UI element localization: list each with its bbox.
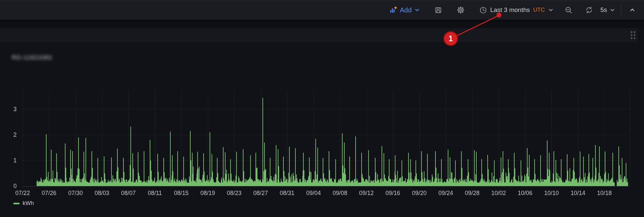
- time-range-label: Last 3 months: [490, 6, 530, 14]
- panel-title: RD-11823382: [12, 54, 52, 61]
- chevron-up-icon: [629, 6, 636, 14]
- x-tick-label: 08/15: [174, 190, 189, 196]
- refresh-icon: [585, 6, 593, 14]
- x-tick-label: 09/04: [306, 190, 321, 196]
- x-tick-label: 09/08: [333, 190, 347, 196]
- refresh-button[interactable]: [584, 4, 594, 16]
- refresh-interval-dropdown[interactable]: 5s: [599, 4, 616, 16]
- clock-icon: [479, 6, 487, 14]
- y-tick-label: 0: [0, 183, 17, 189]
- time-range-picker[interactable]: Last 3 months UTC: [478, 4, 555, 16]
- dashboard-gap-band: [0, 20, 644, 28]
- x-tick-label: 09/20: [412, 190, 427, 196]
- x-tick-label: 09/16: [386, 190, 400, 196]
- x-tick-label: 10/02: [491, 190, 506, 196]
- y-tick-label: 2: [0, 131, 17, 138]
- toolbar-actions: Add: [388, 0, 637, 20]
- chevron-down-icon: [414, 7, 420, 13]
- toolbar-divider: [621, 4, 621, 16]
- app-root: Add: [0, 0, 644, 217]
- x-tick-label: 08/03: [95, 190, 109, 196]
- x-tick-label: 10/10: [544, 190, 559, 196]
- x-tick-label: 10/14: [571, 190, 585, 196]
- legend-item-kwh[interactable]: kWh: [13, 200, 34, 207]
- x-tick-label: 07/26: [42, 190, 57, 196]
- refresh-interval-label: 5s: [600, 6, 607, 14]
- x-tick-label: 07/22: [15, 190, 30, 196]
- panel-header-strip: [0, 28, 638, 42]
- gear-icon: [457, 6, 465, 14]
- collapse-toolbar-button[interactable]: [627, 4, 637, 16]
- add-panel-label: Add: [400, 6, 412, 14]
- x-tick-label: 08/07: [121, 190, 136, 196]
- x-tick-label: 08/23: [227, 190, 242, 196]
- dashboard-settings-button[interactable]: [455, 4, 466, 16]
- timezone-label: UTC: [533, 7, 545, 13]
- add-panel-icon: [389, 6, 397, 14]
- zoom-out-icon: [565, 6, 572, 14]
- x-tick-label: 08/27: [253, 190, 268, 196]
- x-tick-label: 07/30: [68, 190, 83, 196]
- chevron-down-icon: [548, 7, 554, 13]
- x-tick-label: 10/06: [518, 190, 533, 196]
- save-dashboard-button[interactable]: [433, 4, 443, 16]
- x-tick-label: 08/11: [148, 190, 162, 196]
- zoom-out-time-button[interactable]: [564, 4, 574, 16]
- legend-color-swatch: [13, 203, 20, 204]
- x-tick-label: 09/12: [359, 190, 374, 196]
- chevron-down-icon: [610, 7, 615, 13]
- legend-label: kWh: [23, 200, 34, 207]
- x-tick-label: 09/24: [438, 190, 453, 196]
- x-tick-label: 09/28: [465, 190, 480, 196]
- y-tick-label: 3: [0, 106, 17, 112]
- x-tick-label: 08/19: [201, 190, 215, 196]
- save-icon: [434, 6, 442, 14]
- x-tick-label: 10/18: [597, 190, 612, 196]
- panel-drag-handle[interactable]: [630, 31, 636, 40]
- x-tick-label: 08/31: [280, 190, 294, 196]
- add-panel-button[interactable]: Add: [388, 4, 421, 16]
- dashboard-toolbar: Add: [0, 0, 644, 20]
- y-tick-label: 1: [0, 157, 17, 164]
